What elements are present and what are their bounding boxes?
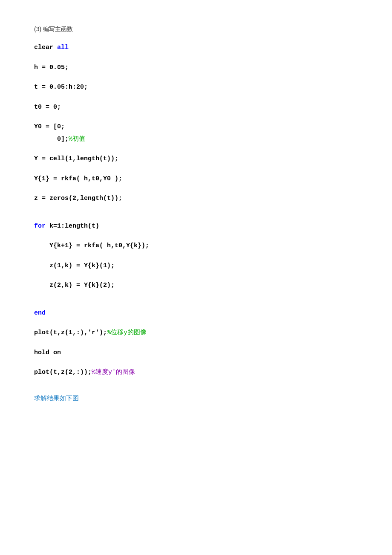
code-line-Y1: Y{1} = rkfa( h,t0,Y0 );: [34, 173, 358, 185]
code-spacer: [34, 359, 358, 367]
code-line-hold_on: hold on: [34, 347, 358, 359]
code-line-end: end: [34, 307, 358, 320]
code-line-Y0_open: Y0 = [0;: [34, 121, 358, 133]
code-line-Y_cell: Y = cell(1,length(t));: [34, 153, 358, 165]
code-spacer: [34, 232, 358, 240]
code-block: clear allh = 0.05;t = 0.05:h:20;t0 = 0;Y…: [34, 42, 358, 379]
code-spacer: [34, 185, 358, 193]
code-spacer: [34, 74, 358, 81]
code-line-z_zeros: z = zeros(2,length(t));: [34, 193, 358, 205]
code-spacer: [34, 205, 358, 213]
code-line-Y0_close: 0];%初值: [34, 133, 358, 146]
code-spacer: [34, 339, 358, 347]
code-line-z1k: z(1,k) = Y{k}(1);: [34, 260, 358, 272]
code-spacer: [34, 94, 358, 101]
code-line-clear_all: clear all: [34, 42, 358, 54]
code-spacer: [34, 300, 358, 307]
result-label: 求解结果如下图: [34, 394, 358, 402]
code-spacer: [34, 54, 358, 62]
code-line-for_loop: for k=1:length(t): [34, 220, 358, 233]
code-line-h: h = 0.05;: [34, 62, 358, 74]
code-spacer: [34, 252, 358, 260]
code-spacer: [34, 319, 358, 327]
section-label: (3) 编写主函数: [34, 26, 358, 33]
code-spacer: [34, 113, 358, 121]
code-line-plot1: plot(t,z(1,:),'r');%位移y的图像: [34, 327, 358, 339]
code-spacer: [34, 272, 358, 280]
code-spacer: [34, 145, 358, 153]
code-spacer: [34, 213, 358, 220]
code-spacer: [34, 292, 358, 300]
code-line-z2k: z(2,k) = Y{k}(2);: [34, 280, 358, 292]
code-line-t: t = 0.05:h:20;: [34, 81, 358, 94]
code-line-Yk1: Y{k+1} = rkfa( h,t0,Y{k});: [34, 240, 358, 252]
code-line-t0: t0 = 0;: [34, 101, 358, 114]
code-line-plot2: plot(t,z(2,:));%速度y'的图像: [34, 367, 358, 379]
code-spacer: [34, 165, 358, 173]
